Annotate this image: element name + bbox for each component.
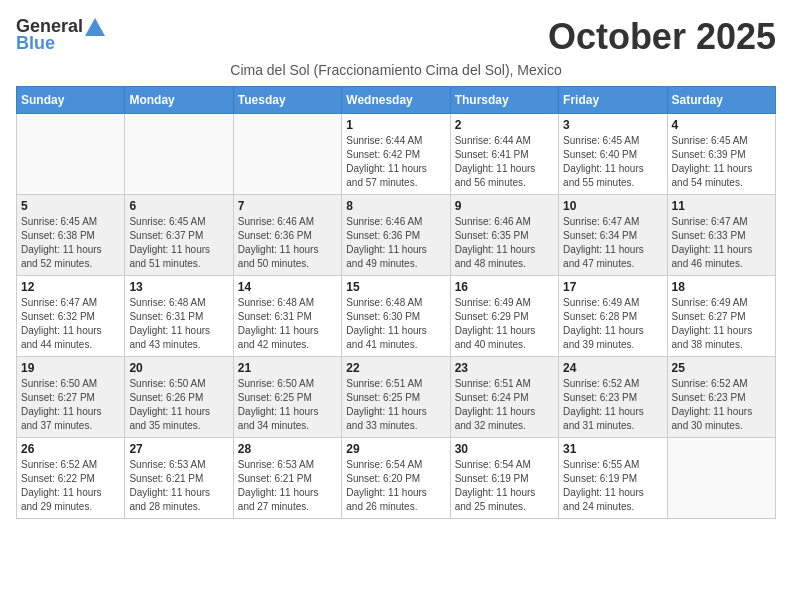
calendar-header-saturday: Saturday [667, 87, 775, 114]
day-info: Sunrise: 6:45 AM Sunset: 6:38 PM Dayligh… [21, 215, 120, 271]
calendar-header-row: SundayMondayTuesdayWednesdayThursdayFrid… [17, 87, 776, 114]
calendar-day [667, 438, 775, 519]
day-info: Sunrise: 6:45 AM Sunset: 6:37 PM Dayligh… [129, 215, 228, 271]
calendar-day: 13Sunrise: 6:48 AM Sunset: 6:31 PM Dayli… [125, 276, 233, 357]
calendar-header-wednesday: Wednesday [342, 87, 450, 114]
calendar-day: 2Sunrise: 6:44 AM Sunset: 6:41 PM Daylig… [450, 114, 558, 195]
calendar-day: 19Sunrise: 6:50 AM Sunset: 6:27 PM Dayli… [17, 357, 125, 438]
calendar-day: 11Sunrise: 6:47 AM Sunset: 6:33 PM Dayli… [667, 195, 775, 276]
day-number: 9 [455, 199, 554, 213]
calendar-day: 1Sunrise: 6:44 AM Sunset: 6:42 PM Daylig… [342, 114, 450, 195]
day-number: 4 [672, 118, 771, 132]
day-number: 24 [563, 361, 662, 375]
day-number: 20 [129, 361, 228, 375]
calendar-header-thursday: Thursday [450, 87, 558, 114]
day-info: Sunrise: 6:53 AM Sunset: 6:21 PM Dayligh… [238, 458, 337, 514]
page-header: General Blue October 2025 [16, 16, 776, 58]
calendar-day: 31Sunrise: 6:55 AM Sunset: 6:19 PM Dayli… [559, 438, 667, 519]
day-number: 30 [455, 442, 554, 456]
calendar-day: 5Sunrise: 6:45 AM Sunset: 6:38 PM Daylig… [17, 195, 125, 276]
day-number: 31 [563, 442, 662, 456]
calendar-day: 28Sunrise: 6:53 AM Sunset: 6:21 PM Dayli… [233, 438, 341, 519]
day-info: Sunrise: 6:53 AM Sunset: 6:21 PM Dayligh… [129, 458, 228, 514]
day-number: 1 [346, 118, 445, 132]
day-info: Sunrise: 6:45 AM Sunset: 6:39 PM Dayligh… [672, 134, 771, 190]
day-number: 5 [21, 199, 120, 213]
calendar-day: 9Sunrise: 6:46 AM Sunset: 6:35 PM Daylig… [450, 195, 558, 276]
calendar-day: 14Sunrise: 6:48 AM Sunset: 6:31 PM Dayli… [233, 276, 341, 357]
calendar-day: 18Sunrise: 6:49 AM Sunset: 6:27 PM Dayli… [667, 276, 775, 357]
day-number: 7 [238, 199, 337, 213]
calendar-header-friday: Friday [559, 87, 667, 114]
calendar-day: 10Sunrise: 6:47 AM Sunset: 6:34 PM Dayli… [559, 195, 667, 276]
day-number: 29 [346, 442, 445, 456]
day-info: Sunrise: 6:46 AM Sunset: 6:36 PM Dayligh… [346, 215, 445, 271]
calendar-day: 22Sunrise: 6:51 AM Sunset: 6:25 PM Dayli… [342, 357, 450, 438]
day-info: Sunrise: 6:44 AM Sunset: 6:42 PM Dayligh… [346, 134, 445, 190]
calendar-day: 29Sunrise: 6:54 AM Sunset: 6:20 PM Dayli… [342, 438, 450, 519]
calendar-day: 27Sunrise: 6:53 AM Sunset: 6:21 PM Dayli… [125, 438, 233, 519]
day-number: 23 [455, 361, 554, 375]
day-number: 12 [21, 280, 120, 294]
calendar-day: 6Sunrise: 6:45 AM Sunset: 6:37 PM Daylig… [125, 195, 233, 276]
day-info: Sunrise: 6:45 AM Sunset: 6:40 PM Dayligh… [563, 134, 662, 190]
logo: General Blue [16, 16, 105, 54]
calendar-header-sunday: Sunday [17, 87, 125, 114]
day-info: Sunrise: 6:50 AM Sunset: 6:27 PM Dayligh… [21, 377, 120, 433]
day-info: Sunrise: 6:51 AM Sunset: 6:24 PM Dayligh… [455, 377, 554, 433]
calendar-day: 23Sunrise: 6:51 AM Sunset: 6:24 PM Dayli… [450, 357, 558, 438]
day-number: 6 [129, 199, 228, 213]
calendar-day: 4Sunrise: 6:45 AM Sunset: 6:39 PM Daylig… [667, 114, 775, 195]
calendar-day: 30Sunrise: 6:54 AM Sunset: 6:19 PM Dayli… [450, 438, 558, 519]
day-number: 16 [455, 280, 554, 294]
day-info: Sunrise: 6:47 AM Sunset: 6:32 PM Dayligh… [21, 296, 120, 352]
day-number: 18 [672, 280, 771, 294]
calendar-day: 8Sunrise: 6:46 AM Sunset: 6:36 PM Daylig… [342, 195, 450, 276]
day-number: 11 [672, 199, 771, 213]
calendar-week-row: 1Sunrise: 6:44 AM Sunset: 6:42 PM Daylig… [17, 114, 776, 195]
day-info: Sunrise: 6:47 AM Sunset: 6:34 PM Dayligh… [563, 215, 662, 271]
calendar-day [125, 114, 233, 195]
day-info: Sunrise: 6:54 AM Sunset: 6:20 PM Dayligh… [346, 458, 445, 514]
day-number: 13 [129, 280, 228, 294]
month-title: October 2025 [548, 16, 776, 58]
calendar-day: 15Sunrise: 6:48 AM Sunset: 6:30 PM Dayli… [342, 276, 450, 357]
calendar-week-row: 5Sunrise: 6:45 AM Sunset: 6:38 PM Daylig… [17, 195, 776, 276]
calendar-day [17, 114, 125, 195]
day-info: Sunrise: 6:54 AM Sunset: 6:19 PM Dayligh… [455, 458, 554, 514]
calendar-day: 17Sunrise: 6:49 AM Sunset: 6:28 PM Dayli… [559, 276, 667, 357]
day-info: Sunrise: 6:52 AM Sunset: 6:23 PM Dayligh… [672, 377, 771, 433]
calendar-day: 24Sunrise: 6:52 AM Sunset: 6:23 PM Dayli… [559, 357, 667, 438]
day-number: 15 [346, 280, 445, 294]
calendar-day: 16Sunrise: 6:49 AM Sunset: 6:29 PM Dayli… [450, 276, 558, 357]
calendar-header-tuesday: Tuesday [233, 87, 341, 114]
calendar-day: 21Sunrise: 6:50 AM Sunset: 6:25 PM Dayli… [233, 357, 341, 438]
day-number: 27 [129, 442, 228, 456]
day-number: 14 [238, 280, 337, 294]
day-info: Sunrise: 6:47 AM Sunset: 6:33 PM Dayligh… [672, 215, 771, 271]
calendar-day: 7Sunrise: 6:46 AM Sunset: 6:36 PM Daylig… [233, 195, 341, 276]
day-info: Sunrise: 6:50 AM Sunset: 6:25 PM Dayligh… [238, 377, 337, 433]
calendar-day: 12Sunrise: 6:47 AM Sunset: 6:32 PM Dayli… [17, 276, 125, 357]
day-number: 8 [346, 199, 445, 213]
day-info: Sunrise: 6:46 AM Sunset: 6:36 PM Dayligh… [238, 215, 337, 271]
day-number: 22 [346, 361, 445, 375]
calendar-week-row: 26Sunrise: 6:52 AM Sunset: 6:22 PM Dayli… [17, 438, 776, 519]
day-number: 17 [563, 280, 662, 294]
calendar-week-row: 19Sunrise: 6:50 AM Sunset: 6:27 PM Dayli… [17, 357, 776, 438]
day-number: 3 [563, 118, 662, 132]
calendar-day: 3Sunrise: 6:45 AM Sunset: 6:40 PM Daylig… [559, 114, 667, 195]
day-number: 19 [21, 361, 120, 375]
calendar-day: 26Sunrise: 6:52 AM Sunset: 6:22 PM Dayli… [17, 438, 125, 519]
day-info: Sunrise: 6:49 AM Sunset: 6:27 PM Dayligh… [672, 296, 771, 352]
calendar-day: 25Sunrise: 6:52 AM Sunset: 6:23 PM Dayli… [667, 357, 775, 438]
calendar-week-row: 12Sunrise: 6:47 AM Sunset: 6:32 PM Dayli… [17, 276, 776, 357]
day-info: Sunrise: 6:48 AM Sunset: 6:31 PM Dayligh… [129, 296, 228, 352]
day-info: Sunrise: 6:50 AM Sunset: 6:26 PM Dayligh… [129, 377, 228, 433]
day-info: Sunrise: 6:46 AM Sunset: 6:35 PM Dayligh… [455, 215, 554, 271]
calendar: SundayMondayTuesdayWednesdayThursdayFrid… [16, 86, 776, 519]
day-info: Sunrise: 6:48 AM Sunset: 6:30 PM Dayligh… [346, 296, 445, 352]
day-number: 28 [238, 442, 337, 456]
day-info: Sunrise: 6:55 AM Sunset: 6:19 PM Dayligh… [563, 458, 662, 514]
logo-blue: Blue [16, 33, 55, 54]
